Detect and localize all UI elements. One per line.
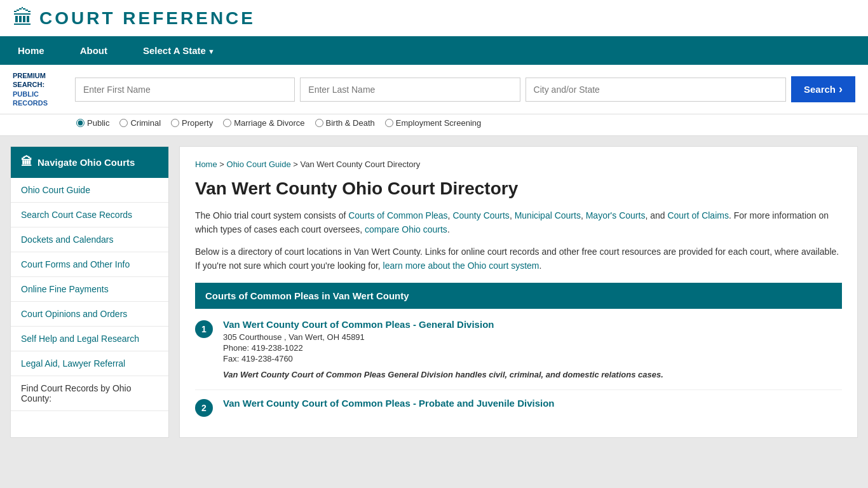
nav-select-state[interactable]: Select A State [125, 36, 233, 65]
radio-marriage[interactable]: Marriage & Divorce [223, 118, 304, 128]
court-details-1: Van Wert County Court of Common Pleas - … [223, 319, 842, 379]
court-details-2: Van Wert County Court of Common Pleas - … [223, 398, 554, 417]
link-learn-more[interactable]: learn more about the Ohio court system [383, 261, 539, 271]
sidebar-header: 🏛 Navigate Ohio Courts [11, 147, 168, 178]
court-number-1: 1 [195, 320, 213, 338]
premium-label: PREMIUM SEARCH: PUBLIC RECORDS [13, 71, 70, 107]
court-name-2[interactable]: Van Wert County Court of Common Pleas - … [223, 398, 554, 409]
link-mayors-courts[interactable]: Mayor's Courts [586, 210, 646, 220]
intro-paragraph: The Ohio trial court system consists of … [195, 208, 842, 237]
sidebar-footer: Find Court Records by Ohio County: [11, 376, 168, 411]
first-name-input[interactable] [75, 78, 295, 102]
court-number-2: 2 [195, 399, 213, 417]
link-municipal-courts[interactable]: Municipal Courts [515, 210, 581, 220]
content-area: Home > Ohio Court Guide > Van Wert Count… [179, 146, 858, 438]
logo-icon: 🏛 [13, 6, 33, 30]
logo-area[interactable]: 🏛 COURT REFERENCE [13, 6, 255, 30]
radio-employment[interactable]: Employment Screening [385, 118, 481, 128]
sidebar-item-online-fine-payments[interactable]: Online Fine Payments [11, 277, 168, 302]
sidebar-item-self-help[interactable]: Self Help and Legal Research [11, 327, 168, 351]
breadcrumb-home[interactable]: Home [195, 159, 217, 169]
nav-home[interactable]: Home [0, 36, 62, 65]
sidebar-item-court-opinions[interactable]: Court Opinions and Orders [11, 302, 168, 327]
sidebar-item-dockets-calendars[interactable]: Dockets and Calendars [11, 227, 168, 252]
breadcrumb-state[interactable]: Ohio Court Guide [227, 159, 291, 169]
sidebar-item-court-forms[interactable]: Court Forms and Other Info [11, 252, 168, 277]
logo-text: COURT REFERENCE [39, 8, 255, 29]
court-fax-1: Fax: 419-238-4760 [223, 354, 842, 363]
court-name-1[interactable]: Van Wert County Court of Common Pleas - … [223, 319, 494, 330]
last-name-input[interactable] [300, 78, 520, 102]
breadcrumb-current: Van Wert County Court Directory [301, 159, 421, 169]
court-address-1: 305 Courthouse , Van Wert, OH 45891 [223, 332, 842, 342]
radio-public[interactable]: Public [76, 118, 109, 128]
radio-criminal[interactable]: Criminal [119, 118, 161, 128]
sidebar-item-search-court-case-records[interactable]: Search Court Case Records [11, 203, 168, 227]
sidebar-item-legal-aid[interactable]: Legal Aid, Lawyer Referral [11, 351, 168, 376]
page-title: Van Wert County Ohio Court Directory [195, 178, 842, 200]
radio-row: Public Criminal Property Marriage & Divo… [0, 114, 868, 136]
body-paragraph: Below is a directory of court locations … [195, 245, 842, 273]
sidebar-item-ohio-court-guide[interactable]: Ohio Court Guide [11, 178, 168, 203]
breadcrumb: Home > Ohio Court Guide > Van Wert Count… [195, 159, 842, 169]
section-header-common-pleas: Courts of Common Pleas in Van Wert Count… [195, 283, 842, 309]
radio-property[interactable]: Property [171, 118, 213, 128]
sidebar: 🏛 Navigate Ohio Courts Ohio Court Guide … [10, 146, 169, 438]
court-desc-1: Van Wert County Court of Common Pleas Ge… [223, 370, 842, 379]
sidebar-header-icon: 🏛 [21, 156, 32, 169]
sidebar-header-label: Navigate Ohio Courts [37, 157, 135, 168]
city-input[interactable] [526, 78, 786, 102]
search-button[interactable]: Search [791, 76, 855, 102]
main-wrapper: 🏛 Navigate Ohio Courts Ohio Court Guide … [0, 136, 868, 438]
search-bar: PREMIUM SEARCH: PUBLIC RECORDS Search [0, 65, 868, 114]
court-phone-1: Phone: 419-238-1022 [223, 343, 842, 353]
link-compare-courts[interactable]: compare Ohio courts [365, 224, 447, 234]
court-entry-1: 1 Van Wert County Court of Common Pleas … [195, 309, 842, 390]
link-county-courts[interactable]: County Courts [452, 210, 509, 220]
radio-birth[interactable]: Birth & Death [315, 118, 375, 128]
link-courts-common-pleas[interactable]: Courts of Common Pleas [348, 210, 447, 220]
link-court-of-claims[interactable]: Court of Claims [667, 210, 728, 220]
site-header: 🏛 COURT REFERENCE [0, 0, 868, 36]
navbar: Home About Select A State [0, 36, 868, 65]
nav-about[interactable]: About [62, 36, 125, 65]
court-entry-2: 2 Van Wert County Court of Common Pleas … [195, 390, 842, 424]
